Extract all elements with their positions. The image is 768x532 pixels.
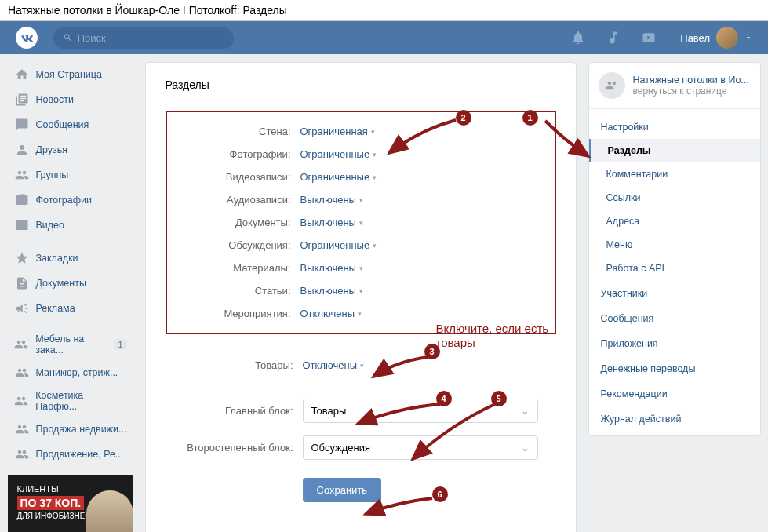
right-menu-item[interactable]: Приложения (589, 330, 760, 355)
setting-value[interactable]: Отключены▾ (300, 308, 362, 319)
messages-icon (14, 117, 30, 133)
nav-item[interactable]: Новости (8, 87, 133, 112)
right-menu-item[interactable]: Участники (589, 280, 760, 305)
right-menu-item[interactable]: Сообщения (589, 305, 760, 330)
nav-label: Косметика Парфю... (35, 390, 126, 412)
nav-label: Видео (36, 220, 65, 231)
user-name: Павел (680, 32, 710, 44)
user-menu[interactable]: Павел (680, 27, 752, 49)
annotation-badge-2: 2 (456, 110, 471, 126)
setting-label: Материалы: (171, 262, 300, 274)
right-menu-item[interactable]: Меню (589, 233, 760, 257)
left-nav: Моя СтраницаНовостиСообщенияДрузьяГруппы… (8, 62, 133, 532)
group-return-link: вернуться к странице (633, 86, 749, 97)
nav-label: Реклама (36, 303, 75, 314)
setting-label: Стена: (171, 126, 300, 137)
group-icon (14, 421, 30, 437)
video-icon (14, 217, 30, 233)
group-icon (14, 446, 30, 462)
search-input[interactable] (78, 32, 224, 44)
nav-item[interactable]: Моя Страница (8, 62, 133, 87)
right-menu-item[interactable]: Журнал действий (589, 406, 760, 431)
setting-label: Фотографии: (171, 148, 300, 160)
right-menu-item[interactable]: Рекомендации (589, 381, 760, 406)
nav-item[interactable]: Косметика Парфю... (8, 385, 133, 417)
nav-item[interactable]: Маникюр, стриж... (8, 360, 133, 385)
right-menu-item[interactable]: Настройки (589, 114, 760, 139)
nav-label: Друзья (36, 144, 68, 155)
groups-icon (14, 167, 30, 183)
nav-item[interactable]: Мебель на зака...1 (8, 329, 133, 360)
music-icon[interactable] (606, 30, 621, 46)
secondary-block-label: Второстепенный блок: (166, 442, 303, 454)
ad-block[interactable]: КЛИЕНТЫ ПО 37 КОП. ДЛЯ ИНФОБИЗНЕСА ↓ (8, 475, 133, 532)
products-label: Товары: (166, 359, 303, 371)
nav-item[interactable]: Продвижение, Ре... (8, 442, 133, 467)
group-icon (14, 365, 30, 381)
setting-value[interactable]: Выключены▾ (300, 262, 363, 274)
nav-item[interactable]: Продажа недвижи... (8, 417, 133, 442)
group-avatar-icon (599, 72, 625, 99)
right-panel: Натяжные потолки в Йо... вернуться к стр… (588, 62, 761, 532)
header: Павел (0, 21, 768, 54)
setting-value[interactable]: Выключены▾ (300, 194, 363, 206)
nav-item[interactable]: Реклама (8, 296, 133, 321)
products-value[interactable]: Отключены▾ (303, 359, 364, 371)
setting-label: Статьи: (171, 285, 300, 297)
page-heading: Разделы (166, 78, 556, 91)
nav-item[interactable]: Закладки (8, 246, 133, 271)
nav-label: Маникюр, стриж... (36, 367, 118, 378)
annotation-badge-1: 1 (522, 110, 538, 126)
nav-label: Фотографии (36, 195, 92, 206)
home-icon (14, 67, 30, 82)
save-button[interactable]: Сохранить (303, 478, 382, 502)
notifications-icon[interactable] (570, 30, 586, 46)
nav-label: Продвижение, Ре... (36, 449, 124, 460)
video-play-icon[interactable] (641, 30, 657, 46)
vk-logo[interactable] (16, 27, 38, 49)
nav-label: Закладки (36, 253, 78, 264)
news-icon (14, 92, 30, 107)
nav-label: Продажа недвижи... (36, 424, 127, 435)
right-menu-item[interactable]: Работа с API (589, 257, 760, 280)
main-block-label: Главный блок: (166, 405, 303, 417)
annotation-badge-4: 4 (436, 391, 452, 406)
group-return[interactable]: Натяжные потолки в Йо... вернуться к стр… (589, 63, 760, 109)
setting-value[interactable]: Ограниченные▾ (300, 171, 377, 183)
ads-icon (14, 301, 30, 316)
nav-item[interactable]: Фотографии (8, 188, 133, 213)
setting-value[interactable]: Выключены▾ (300, 285, 363, 297)
setting-value[interactable]: Выключены▾ (300, 217, 363, 228)
nav-label: Сообщения (36, 119, 89, 130)
right-menu-item[interactable]: Денежные переводы (589, 355, 760, 381)
right-menu-item[interactable]: Разделы (589, 139, 760, 162)
setting-value[interactable]: Ограниченные▾ (300, 148, 377, 160)
setting-label: Аудиозаписи: (171, 194, 300, 206)
nav-label: Новости (36, 94, 74, 105)
nav-label: Группы (36, 169, 69, 180)
group-title: Натяжные потолки в Йо... (633, 75, 749, 86)
setting-label: Видеозаписи: (171, 171, 300, 183)
ad-highlight: ПО 37 КОП. (17, 496, 85, 510)
search-box[interactable] (53, 27, 234, 49)
avatar (716, 27, 738, 49)
nav-item[interactable]: Видео (8, 213, 133, 238)
right-menu-item[interactable]: Адреса (589, 210, 760, 233)
nav-item[interactable]: Документы (8, 271, 133, 296)
setting-value[interactable]: Ограниченные▾ (300, 239, 377, 251)
annotation-badge-5: 5 (491, 391, 507, 406)
nav-item[interactable]: Группы (8, 162, 133, 188)
friends-icon (14, 142, 30, 158)
secondary-block-select[interactable]: Обсуждения⌄ (303, 435, 538, 460)
nav-label: Документы (36, 278, 86, 289)
bookmark-icon (14, 250, 30, 266)
annotation-badge-6: 6 (432, 486, 448, 502)
right-menu-item[interactable]: Ссылки (589, 186, 760, 210)
right-menu-item[interactable]: Комментарии (589, 162, 760, 186)
nav-badge: 1 (114, 339, 126, 350)
nav-item[interactable]: Сообщения (8, 112, 133, 137)
nav-item[interactable]: Друзья (8, 137, 133, 162)
setting-value[interactable]: Ограниченная▾ (300, 126, 375, 137)
setting-label: Мероприятия: (171, 308, 300, 319)
content: Разделы 2 1 3 4 5 6 Включите, если есть … (145, 62, 577, 532)
